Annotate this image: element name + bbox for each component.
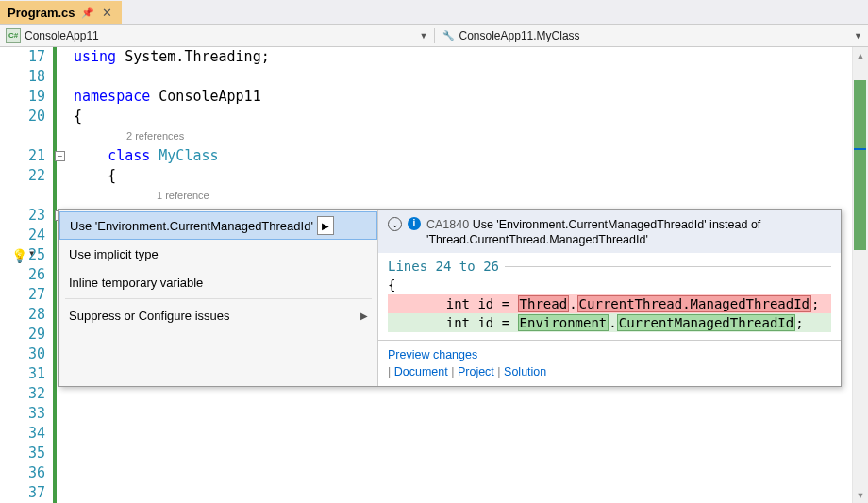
nav-scope-left[interactable]: C# ConsoleApp11 ▼ [0,28,435,43]
scope-document-link[interactable]: Document [394,365,448,378]
vertical-scrollbar[interactable]: ▲ ▼ [852,47,868,503]
tab-strip: Program.cs 📌 ✕ [0,0,868,25]
line-number: 36 [0,463,53,483]
tab-filename: Program.cs [8,6,75,20]
quick-actions-menu: Use 'Environment.CurrentManagedThreadId'… [59,210,378,386]
diff-range-label: Lines 24 to 26 [388,257,831,276]
line-number: 31 [0,364,53,384]
scrollbar-track[interactable] [853,63,868,487]
codelens-reference[interactable]: 2 references [74,126,868,146]
scrollbar-change-mark [854,80,866,250]
codelens-reference[interactable]: 1 reference [74,186,868,206]
close-icon[interactable]: ✕ [100,6,114,20]
quickfix-menu-item[interactable]: Inline temporary variable [59,268,377,296]
quick-actions-popup: Use 'Environment.CurrentManagedThreadId'… [58,209,842,387]
chevron-down-icon: ▼ [854,31,862,41]
line-number-gutter: 1718192021222324252627282930313233343536… [0,47,53,503]
preview-header: ⌄ i CA1840 Use 'Environment.CurrentManag… [378,210,841,253]
code-line[interactable]: { [74,166,868,186]
pin-icon[interactable]: 📌 [81,7,94,19]
navigation-bar: C# ConsoleApp11 ▼ 🔧 ConsoleApp11.MyClass… [0,25,868,47]
line-number: 32 [0,384,53,404]
editor-tab[interactable]: Program.cs 📌 ✕ [0,1,122,24]
line-number: 27 [0,285,53,305]
code-line[interactable] [74,424,868,444]
line-number: 24 [0,226,53,245]
quickfix-menu-item[interactable]: Use 'Environment.CurrentManagedThreadId'… [59,211,377,240]
code-line[interactable]: class MyClass [74,146,868,166]
code-line[interactable] [74,384,868,404]
line-number: 26 [0,265,53,285]
line-number: 22 [0,166,53,186]
quick-actions-lightbulb[interactable]: 💡▼ [11,246,28,263]
fold-toggle[interactable]: − [55,151,65,161]
preview-footer: Preview changes | Document | Project | S… [378,340,841,386]
quickfix-menu-item[interactable]: Use implicit type [59,240,377,268]
diff-added-token: Environment [518,314,609,331]
diff-removed-line: int id = Thread.CurrentThread.ManagedThr… [388,294,831,313]
expand-preview-icon[interactable]: ▶ [317,216,334,235]
class-icon: 🔧 [441,28,456,43]
line-number [0,126,53,146]
quick-actions-preview: ⌄ i CA1840 Use 'Environment.CurrentManag… [378,210,841,386]
nav-project-name: ConsoleApp11 [25,29,99,42]
lightbulb-icon[interactable]: 💡 [11,248,27,263]
diff-context-line: { [388,276,831,294]
line-number: 28 [0,305,53,325]
menu-item-label: Suppress or Configure issues [69,309,230,323]
code-line[interactable] [74,463,868,483]
rule-id: CA1840 [426,218,469,231]
scroll-up-arrow[interactable]: ▲ [853,47,868,63]
code-line[interactable]: namespace ConsoleApp11 [74,87,868,107]
divider [505,266,831,267]
code-line[interactable]: using System.Threading; [74,47,868,67]
menu-item-label: Use implicit type [69,247,159,261]
scope-project-link[interactable]: Project [458,365,494,378]
code-line[interactable] [74,67,868,87]
line-number: 21 [0,146,53,166]
diff-added-line: int id = Environment.CurrentManagedThrea… [388,313,831,332]
menu-item-label: Use 'Environment.CurrentManagedThreadId' [70,219,313,233]
line-number: 29 [0,325,53,344]
line-number: 19 [0,87,53,107]
chevron-right-icon: ▶ [360,310,368,321]
code-line[interactable] [74,483,868,503]
csharp-file-icon: C# [6,28,21,43]
chevron-down-icon[interactable]: ▼ [29,243,34,263]
preview-changes-link[interactable]: Preview changes [388,348,477,361]
line-number: 33 [0,404,53,424]
line-number: 23 [0,206,53,226]
diff-removed-token: Thread [518,295,570,312]
line-number: 20 [0,107,53,126]
quickfix-menu-item[interactable]: Suppress or Configure issues▶ [59,301,377,329]
line-number: 18 [0,67,53,87]
menu-item-label: Inline temporary variable [69,276,203,290]
menu-separator [65,298,372,299]
line-number: 37 [0,483,53,503]
code-line[interactable]: { [74,107,868,126]
collapse-icon[interactable]: ⌄ [388,217,402,231]
line-number: 17 [0,47,53,67]
scrollbar-caret-mark [854,148,866,150]
nav-class-name: ConsoleApp11.MyClass [459,29,580,42]
line-number: 35 [0,444,53,463]
info-icon: i [408,217,421,230]
code-line[interactable] [74,404,868,424]
line-number: 30 [0,344,53,364]
scroll-down-arrow[interactable]: ▼ [853,487,868,503]
preview-diff: Lines 24 to 26 { int id = Thread.Current… [378,253,841,340]
scope-solution-link[interactable]: Solution [504,365,546,378]
line-number: 34 [0,424,53,444]
preview-rule-text: CA1840 Use 'Environment.CurrentManagedTh… [426,217,831,247]
code-line[interactable] [74,444,868,463]
line-number [0,186,53,206]
nav-scope-right[interactable]: 🔧 ConsoleApp11.MyClass ▼ [435,28,869,43]
chevron-down-icon: ▼ [420,31,428,41]
